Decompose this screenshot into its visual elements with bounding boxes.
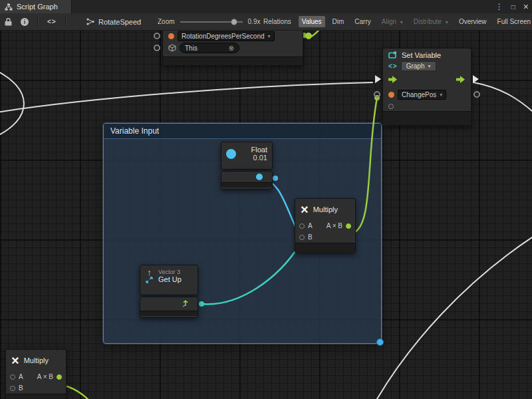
output-port-connected[interactable] [57,374,62,380]
vector-output-port[interactable] [182,300,190,308]
variable-icon [388,92,394,98]
graph-toolbar: i <> RotateSpeed Zoom 0.9x Relations Val… [0,13,532,31]
relations-button[interactable]: Relations [260,16,295,27]
value-port[interactable] [388,104,394,109]
align-dropdown-button[interactable]: Align ▾ [378,16,406,27]
node-title: Float [241,146,267,154]
output-port-connected[interactable] [256,174,263,180]
wire-white-left-arc[interactable] [0,68,24,138]
node-title: Multiply [24,356,49,364]
graph-name[interactable]: RotateSpeed [98,18,141,26]
wire-white-setvariable-out[interactable] [473,82,532,120]
script-graph-window: Variable Input [0,0,532,399]
graph-canvas[interactable]: Variable Input [0,0,532,399]
wire-white-bottom-diagonal[interactable] [372,231,532,399]
title-bar: Script Graph ⋮ □ × [0,0,532,14]
input-port[interactable] [154,33,160,39]
flow-out-arrow-icon [456,76,466,83]
tab-script-graph[interactable]: Script Graph [0,0,72,13]
multiply-icon: × [301,203,309,216]
chevron-down-icon: ▾ [428,63,430,69]
input-port-a[interactable] [299,223,305,229]
multiply-icon: × [11,354,19,367]
input-port-b[interactable] [299,235,305,240]
input-port[interactable] [374,91,380,98]
node-kind: Vector 3 [158,269,192,275]
output-port-connected[interactable] [305,33,312,39]
vector-axes-icon [146,277,153,283]
node-get-up-port-box[interactable] [140,297,198,318]
full-screen-button[interactable]: Full Screen [494,16,532,27]
flow-output-port[interactable] [473,75,479,83]
variable-name-dropdown[interactable]: RotationDegreesPerSecond ▾ [178,31,275,41]
flow-in-arrow-icon [388,76,398,83]
chevron-down-icon: ▾ [446,19,448,25]
node-float-port-box[interactable] [221,171,273,190]
carry-button[interactable]: Carry [351,16,374,27]
variable-icon [168,33,174,39]
node-footer [140,311,198,316]
object-picker-icon[interactable]: ⊗ [229,45,234,52]
zoom-value: 0.9x [248,18,261,25]
output-port[interactable] [473,91,480,98]
float-icon [226,149,236,159]
port-label-b: B [308,233,313,241]
variable-kind-icon: <> [388,63,398,70]
variable-name-dropdown[interactable]: ChangePos ▾ [398,90,446,100]
node-multiply-center[interactable]: × Multiply A A × B B [295,198,356,253]
close-window-icon[interactable]: × [523,1,529,12]
zoom-label: Zoom [158,18,175,25]
info-icon[interactable]: i [21,18,29,26]
restore-window-icon[interactable]: □ [511,3,515,11]
wire-white-left-to-setvariable[interactable] [0,82,372,113]
set-variable-icon [388,51,397,59]
toolbar-divider [37,17,39,27]
node-title: Set Variable [402,51,441,59]
node-set-variable[interactable]: Set Variable <> Graph ▾ [382,48,471,126]
node-title: Get Up [158,275,192,283]
lock-icon[interactable] [5,18,12,26]
node-footer [383,111,471,125]
zoom-slider-handle[interactable] [231,19,237,25]
node-footer [163,57,303,65]
float-value-field[interactable]: 0.01 [241,154,267,162]
port-label-a: A [19,373,23,380]
script-graph-icon [5,3,13,11]
chevron-down-icon: ▾ [440,92,442,98]
chevron-down-icon: ▾ [400,19,403,25]
group-title[interactable]: Variable Input [104,124,381,139]
distribute-dropdown-button[interactable]: Distribute ▾ [410,16,452,27]
port-label-out: A × B [37,373,53,380]
tab-title: Script Graph [17,3,58,11]
overview-button[interactable]: Overview [456,16,490,27]
variable-scope-dropdown[interactable]: Graph ▾ [401,61,436,71]
node-multiply-bottom[interactable]: × Multiply A A × B B [5,349,66,399]
node-get-up[interactable]: ↑ Vector 3 Get Up [140,265,198,295]
port-label-out: A × B [327,222,342,229]
code-view-icon[interactable]: <> [47,18,57,25]
up-arrow-icon: ↑ [147,269,152,277]
node-footer [295,243,355,253]
port-label-a: A [308,222,313,229]
output-port-connected[interactable] [346,223,351,229]
input-port-b[interactable] [10,386,15,391]
cube-icon [168,44,176,52]
target-field[interactable]: This ⊗ [180,43,239,53]
port-label-b: B [19,384,23,392]
values-button[interactable]: Values [299,16,325,27]
flow-input-port[interactable] [375,75,381,83]
node-float-literal[interactable]: Float 0.01 [221,142,273,170]
graph-ref-icon [86,18,94,25]
input-port[interactable] [154,45,160,51]
dim-button[interactable]: Dim [329,16,348,27]
input-port-a[interactable] [10,374,15,380]
node-title: Multiply [313,205,338,213]
node-footer [6,394,66,399]
zoom-slider[interactable] [180,18,243,26]
chevron-down-icon: ▾ [268,33,271,39]
group-resize-handle[interactable] [376,338,384,346]
node-footer [221,182,272,188]
menu-icon[interactable]: ⋮ [495,2,503,11]
toolbar-divider [65,17,66,27]
